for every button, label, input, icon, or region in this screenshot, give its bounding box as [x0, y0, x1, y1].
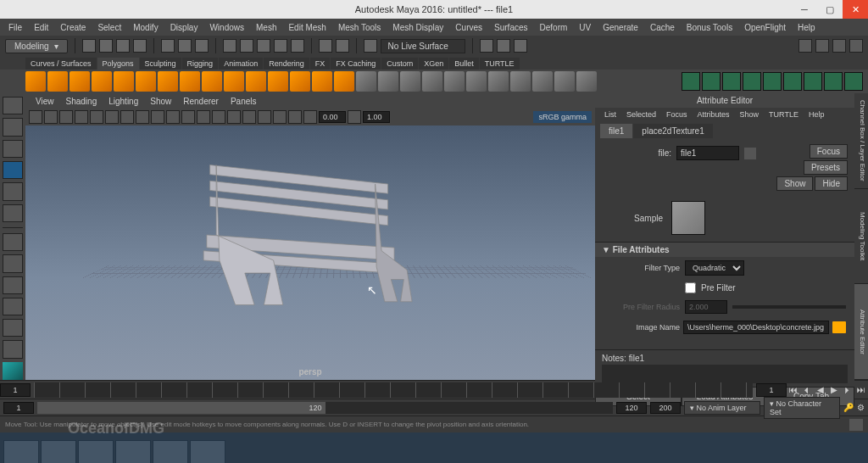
view-renderer-icon[interactable]: [288, 110, 302, 124]
shelf-poly-icon[interactable]: [92, 71, 112, 92]
view-shade-icon[interactable]: [136, 110, 149, 124]
render-icon[interactable]: [480, 39, 493, 53]
menu-cache[interactable]: Cache: [645, 21, 680, 34]
menu-mesh-display[interactable]: Mesh Display: [387, 21, 448, 34]
shelf-poly-icon[interactable]: [158, 71, 178, 92]
rotate-tool[interactable]: [3, 182, 23, 200]
right-tab-modeling-toolkit[interactable]: Modeling Toolkit: [854, 189, 868, 285]
select-mode-icon[interactable]: [161, 39, 175, 53]
attr-tab-file1[interactable]: file1: [600, 124, 632, 138]
view-hq-icon[interactable]: [273, 110, 287, 124]
shelf-poly-icon[interactable]: [290, 71, 310, 92]
menu-openflight[interactable]: OpenFlight: [739, 21, 791, 34]
snap-live-icon[interactable]: [291, 39, 304, 53]
magnet-icon[interactable]: [364, 39, 377, 53]
file-attributes-section[interactable]: ▼ File Attributes: [595, 242, 854, 257]
view-shadow-icon[interactable]: [197, 110, 210, 124]
paint-select-icon[interactable]: [195, 39, 209, 53]
snap-plane-icon[interactable]: [274, 39, 287, 53]
show-button[interactable]: Show: [776, 176, 813, 191]
live-surface-field[interactable]: No Live Surface: [381, 39, 465, 53]
shelf-poly-icon[interactable]: [466, 71, 487, 92]
shelf-right-icon[interactable]: [743, 72, 761, 91]
range-end-field[interactable]: [616, 402, 647, 414]
shelf-right-icon[interactable]: [804, 72, 822, 91]
history-icon[interactable]: [319, 39, 332, 53]
shelf-poly-icon[interactable]: [510, 71, 531, 92]
view-tex-icon[interactable]: [166, 110, 180, 124]
menu-help[interactable]: Help: [793, 21, 821, 34]
focus-button[interactable]: Focus: [810, 144, 848, 159]
filter-type-dropdown[interactable]: Quadratic: [685, 260, 744, 276]
character-set-dropdown[interactable]: ▾ No Character Set: [764, 397, 840, 419]
viewmenu-lighting[interactable]: Lighting: [103, 96, 143, 107]
taskbar-item[interactable]: [153, 440, 188, 463]
layout-graph-icon[interactable]: [3, 340, 23, 358]
attr-tab-place2dTexture1[interactable]: place2dTexture1: [633, 124, 712, 138]
shelf-poly-icon[interactable]: [246, 71, 266, 92]
shelf-poly-icon[interactable]: [400, 71, 420, 92]
shelf-right-icon[interactable]: [824, 72, 843, 91]
script-editor-icon[interactable]: [849, 419, 863, 431]
view-image-icon[interactable]: [59, 110, 73, 124]
open-scene-icon[interactable]: [99, 39, 113, 53]
time-current-field[interactable]: [756, 383, 787, 397]
image-name-field[interactable]: \Users\herme_000\Desktop\concrete.jpg: [683, 321, 829, 334]
file-field[interactable]: file1: [676, 146, 739, 160]
right-tab-attribute-editor[interactable]: Attribute Editor: [854, 284, 868, 380]
range-start-field[interactable]: [3, 402, 34, 414]
shelf-poly-icon[interactable]: [268, 71, 288, 92]
shelf-right-icon[interactable]: [783, 72, 802, 91]
shelf-tab-fx[interactable]: FX: [310, 58, 331, 70]
view-film-icon[interactable]: [90, 110, 103, 124]
attrmenu-show[interactable]: Show: [736, 109, 764, 120]
menu-edit-mesh[interactable]: Edit Mesh: [283, 21, 331, 34]
timeline-track[interactable]: [34, 382, 753, 398]
viewmenu-panels[interactable]: Panels: [225, 96, 262, 107]
attrmenu-help[interactable]: Help: [804, 109, 829, 120]
layout-outliner-icon[interactable]: [3, 298, 23, 315]
viewmenu-renderer[interactable]: Renderer: [178, 96, 224, 107]
folder-icon[interactable]: [832, 321, 846, 333]
taskbar-item[interactable]: [190, 440, 225, 463]
prefilter-checkbox[interactable]: [685, 282, 696, 293]
menu-surfaces[interactable]: Surfaces: [489, 21, 532, 34]
menu-generate[interactable]: Generate: [598, 21, 643, 34]
construction-icon[interactable]: [336, 39, 349, 53]
gamma-field[interactable]: 1.00: [363, 111, 390, 123]
graph-editor-icon[interactable]: [849, 39, 863, 53]
menu-curves[interactable]: Curves: [450, 21, 487, 34]
attrmenu-attributes[interactable]: Attributes: [693, 109, 734, 120]
layout-two-icon[interactable]: [3, 276, 23, 294]
select-tool[interactable]: [3, 97, 23, 114]
render-settings-icon[interactable]: [514, 39, 527, 53]
shelf-poly-icon[interactable]: [422, 71, 442, 92]
rewind-icon[interactable]: ⏮: [787, 383, 800, 397]
view-light-icon[interactable]: [181, 110, 195, 124]
view-iso-icon[interactable]: [258, 110, 271, 124]
prefilter-radius-field[interactable]: [685, 300, 727, 314]
hide-button[interactable]: Hide: [815, 176, 848, 191]
attrmenu-selected[interactable]: Selected: [622, 109, 660, 120]
shelf-poly-icon[interactable]: [70, 71, 90, 92]
workspace-dropdown[interactable]: Modeling▾: [5, 39, 68, 53]
range-max-field[interactable]: [650, 402, 681, 414]
shelf-tab-turtle[interactable]: TURTLE: [480, 58, 520, 70]
shelf-poly-icon[interactable]: [356, 71, 376, 92]
ipr-icon[interactable]: [497, 39, 510, 53]
shelf-tab-curves-surfaces[interactable]: Curves / Surfaces: [25, 58, 97, 70]
shelf-poly-icon[interactable]: [202, 71, 222, 92]
scale-tool[interactable]: [3, 204, 23, 222]
shelf-poly-icon[interactable]: [25, 71, 46, 92]
range-track[interactable]: 120: [37, 402, 613, 414]
viewport[interactable]: ↖ persp: [25, 126, 595, 380]
shelf-poly-icon[interactable]: [488, 71, 509, 92]
viewmenu-shading[interactable]: Shading: [61, 96, 103, 107]
fast-fwd-icon[interactable]: ⏭: [854, 383, 868, 397]
shelf-tab-rigging[interactable]: Rigging: [182, 58, 219, 70]
attrmenu-list[interactable]: List: [600, 109, 620, 120]
step-back-icon[interactable]: ⏴: [800, 383, 814, 397]
snap-curve-icon[interactable]: [240, 39, 253, 53]
minimize-button[interactable]: ─: [792, 0, 817, 19]
shelf-poly-icon[interactable]: [180, 71, 200, 92]
